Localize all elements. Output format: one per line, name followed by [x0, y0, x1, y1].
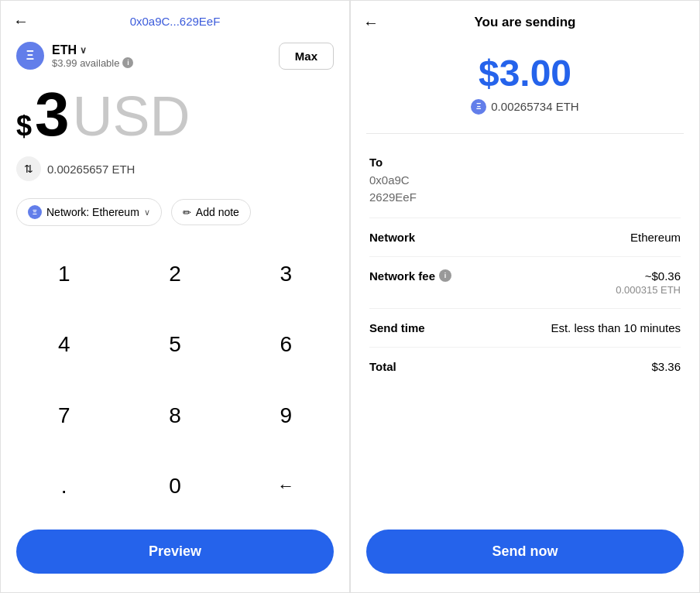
key-7[interactable]: 7 [9, 380, 119, 451]
left-panel: ← 0x0a9C...629EeF Ξ ETH ∨ $3.99 availabl… [0, 0, 350, 593]
wallet-address: 0x0a9C...629EeF [130, 15, 221, 28]
fee-usd: ~$0.36 [616, 269, 681, 283]
transaction-details: To 0x0a9C 2629EeF Network Ethereum Netwo… [351, 145, 699, 517]
amount-display: $ 3 USD [1, 76, 349, 150]
key-3[interactable]: 3 [231, 238, 341, 310]
sending-amount-section: $3.00 Ξ 0.00265734 ETH [351, 38, 699, 122]
network-eth-icon: Ξ [28, 205, 42, 219]
available-balance: $3.99 available [52, 57, 119, 69]
amount-number: 3 [35, 84, 70, 146]
token-row: Ξ ETH ∨ $3.99 available i Max [1, 36, 349, 76]
dollar-sign: $ [16, 110, 32, 142]
total-value: $3.36 [651, 360, 681, 373]
numpad-row-4: . 0 ← [9, 451, 341, 523]
numpad-row-3: 7 8 9 [9, 380, 341, 451]
network-label: Network: Ethereum [46, 206, 139, 218]
network-selector-button[interactable]: Ξ Network: Ethereum ∨ [16, 198, 162, 226]
swap-currency-button[interactable]: ⇅ [16, 156, 41, 181]
send-time-label: Send time [369, 321, 425, 334]
to-label: To [369, 156, 681, 169]
fee-eth: 0.000315 ETH [616, 284, 681, 296]
token-info: Ξ ETH ∨ $3.99 available i [16, 42, 133, 70]
network-value: Ethereum [630, 231, 681, 244]
token-name-label: ETH [52, 43, 77, 57]
total-label: Total [369, 360, 396, 373]
eth-logo-icon: Ξ [16, 42, 44, 70]
key-dot[interactable]: . [9, 451, 119, 523]
token-details: ETH ∨ $3.99 available i [52, 43, 133, 69]
add-note-button[interactable]: ✏ Add note [171, 199, 251, 225]
sending-usd-amount: $3.00 [366, 53, 684, 94]
options-row: Ξ Network: Ethereum ∨ ✏ Add note [1, 192, 349, 238]
token-name-dropdown[interactable]: ETH ∨ [52, 43, 133, 57]
fee-info-icon[interactable]: i [439, 269, 451, 282]
send-time-text: Est. less than 10 minutes [551, 321, 681, 334]
fee-row: Network fee i ~$0.36 0.000315 ETH [369, 257, 681, 309]
chevron-down-icon: ∨ [80, 45, 87, 56]
add-note-label: Add note [196, 206, 239, 218]
fee-label-text: Network fee [369, 269, 435, 283]
key-5[interactable]: 5 [119, 310, 230, 381]
right-back-button[interactable]: ← [363, 14, 379, 32]
key-8[interactable]: 8 [119, 380, 230, 451]
network-chevron-icon: ∨ [144, 207, 150, 218]
send-now-button[interactable]: Send now [366, 530, 684, 574]
pencil-icon: ✏ [183, 207, 191, 218]
sending-eth-icon: Ξ [471, 99, 486, 115]
divider [366, 133, 684, 134]
right-panel: ← You are sending $3.00 Ξ 0.00265734 ETH… [350, 0, 700, 593]
amount-currency: USD [73, 88, 190, 144]
fee-label: Network fee i [369, 269, 451, 283]
total-amount: $3.36 [651, 360, 681, 373]
sending-eth-amount: Ξ 0.00265734 ETH [366, 99, 684, 115]
balance-info-icon[interactable]: i [122, 57, 133, 68]
to-address-line1: 0x0a9C [369, 173, 410, 187]
key-2[interactable]: 2 [119, 238, 230, 310]
token-available: $3.99 available i [52, 57, 133, 69]
right-panel-title: You are sending [475, 15, 576, 30]
to-row: To 0x0a9C 2629EeF [369, 145, 681, 218]
network-detail-value: Ethereum [630, 231, 681, 244]
key-1[interactable]: 1 [9, 238, 119, 310]
left-header: ← 0x0a9C...629EeF [1, 1, 349, 36]
total-row: Total $3.36 [369, 348, 681, 386]
preview-button[interactable]: Preview [16, 530, 334, 574]
key-9[interactable]: 9 [231, 380, 341, 451]
backspace-key[interactable]: ← [231, 451, 341, 523]
network-detail-label: Network [369, 231, 415, 244]
sending-eth-value: 0.00265734 ETH [491, 100, 578, 113]
max-button[interactable]: Max [279, 43, 334, 70]
numpad: 1 2 3 4 5 6 7 8 9 . 0 ← [1, 238, 349, 522]
to-address-line2: 2629EeF [369, 190, 417, 204]
left-back-button[interactable]: ← [13, 12, 29, 30]
key-6[interactable]: 6 [231, 310, 341, 381]
fee-value: ~$0.36 0.000315 ETH [616, 269, 681, 296]
eth-amount-row: ⇅ 0.00265657 ETH [1, 150, 349, 192]
to-address: 0x0a9C 2629EeF [369, 172, 681, 207]
key-0[interactable]: 0 [119, 451, 230, 523]
network-row: Network Ethereum [369, 218, 681, 257]
send-time-row: Send time Est. less than 10 minutes [369, 309, 681, 348]
key-4[interactable]: 4 [9, 310, 119, 381]
eth-equivalent: 0.00265657 ETH [47, 163, 135, 176]
numpad-row-2: 4 5 6 [9, 310, 341, 381]
numpad-row-1: 1 2 3 [9, 238, 341, 310]
send-time-value: Est. less than 10 minutes [551, 321, 681, 334]
right-header: ← You are sending [351, 1, 699, 38]
